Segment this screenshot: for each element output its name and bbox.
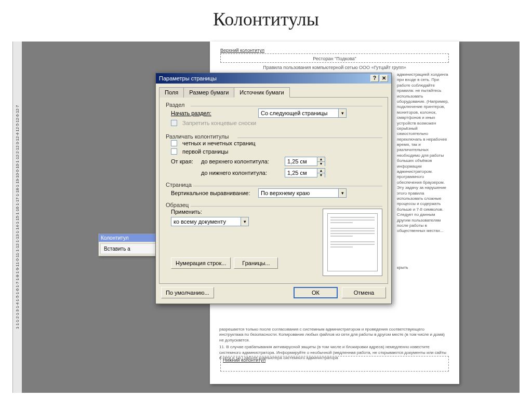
start-section-label: Начать раздел: [171, 110, 255, 116]
close-icon[interactable]: ✕ [380, 75, 388, 82]
page-setup-dialog: Параметры страницы ? ✕ Поля Размер бумаг… [155, 73, 392, 304]
toolbar-title: Колонтитул [99, 234, 160, 242]
footer-zone[interactable]: Нижний колонтитул [220, 356, 449, 372]
chevron-down-icon[interactable] [241, 217, 248, 226]
dialog-tabs: Поля Размер бумаги Источник бумаги [156, 84, 391, 97]
first-page-label: первой страницы [182, 148, 228, 155]
tab-paper-source[interactable]: Источник бумаги [234, 87, 289, 98]
doc-restaurant: Ресторан "Подкова" [223, 56, 446, 61]
apply-to-combo[interactable]: ко всему документу [171, 217, 249, 226]
ok-button[interactable]: ОК [294, 287, 338, 298]
default-button[interactable]: По умолчанию... [161, 287, 214, 298]
odd-even-checkbox[interactable] [171, 140, 177, 146]
from-edge-label: От края: [171, 158, 198, 164]
headers-fieldset: Различать колонтитулы четных и нечетных … [165, 133, 382, 177]
header-field-label: Верхний колонтитул [220, 48, 449, 53]
apply-to-label: Применить: [171, 209, 202, 215]
valign-label: Вертикальное выравнивание: [171, 190, 255, 196]
preview-box [323, 209, 382, 276]
header-distance-spinner[interactable]: 1,25 см ▲▼ [285, 157, 325, 166]
workspace: 1·1·1·2·1·3·1·4·1·5·1·6·1·7·1·8·1·9·11·0… [12, 42, 520, 393]
to-footer-label: до нижнего колонтитула: [201, 170, 282, 176]
chevron-down-icon[interactable] [338, 189, 346, 197]
line-numbers-button[interactable]: Нумерация строк... [171, 257, 231, 269]
doc-subtitle: Правила пользования компьютерной сетью О… [220, 65, 449, 70]
first-page-checkbox[interactable] [171, 148, 177, 155]
suppress-endnotes-label: Запретить концевые сноски [182, 120, 256, 126]
start-section-combo[interactable]: Со следующей страницы [258, 108, 347, 118]
page-fieldset: Страница Вертикальное выравнивание: По в… [165, 182, 382, 198]
dialog-titlebar[interactable]: Параметры страницы ? ✕ [156, 73, 391, 84]
preview-fieldset: Образец Применить: ко всему документу Ну… [165, 202, 382, 276]
tab-paper-size[interactable]: Размер бумаги [183, 87, 234, 98]
section-fieldset: Раздел Начать раздел: Со следующей стран… [165, 102, 382, 126]
footer-field-label: Нижний колонтитул [223, 358, 265, 363]
chevron-down-icon[interactable] [338, 109, 346, 117]
tab-content: Раздел Начать раздел: Со следующей стран… [159, 97, 388, 284]
insert-button[interactable]: Вставить а [100, 243, 158, 254]
tab-fields[interactable]: Поля [159, 87, 184, 98]
borders-button[interactable]: Границы... [234, 257, 278, 269]
odd-even-label: четных и нечетных страниц [182, 140, 255, 146]
headers-legend: Различать колонтитулы [165, 133, 230, 140]
to-header-label: до верхнего колонтитула: [201, 158, 282, 164]
preview-legend: Образец [165, 202, 190, 208]
section-legend: Раздел [165, 102, 185, 108]
help-icon[interactable]: ? [370, 75, 379, 82]
cancel-button[interactable]: Отмена [342, 287, 386, 298]
footer-distance-spinner[interactable]: 1,25 см ▲▼ [285, 168, 325, 177]
headers-footers-toolbar[interactable]: Колонтитул Вставить а [98, 234, 161, 256]
header-zone[interactable]: Ресторан "Подкова" [220, 53, 449, 63]
page-legend: Страница [165, 182, 193, 188]
vertical-ruler: 1·1·1·2·1·3·1·4·1·5·1·6·1·7·1·8·1·9·11·0… [12, 42, 22, 393]
suppress-endnotes-checkbox [171, 120, 177, 126]
valign-combo[interactable]: По верхнему краю [258, 188, 347, 198]
dialog-title: Параметры страницы [159, 75, 217, 81]
slide-title: Колонтитулы [0, 0, 532, 34]
